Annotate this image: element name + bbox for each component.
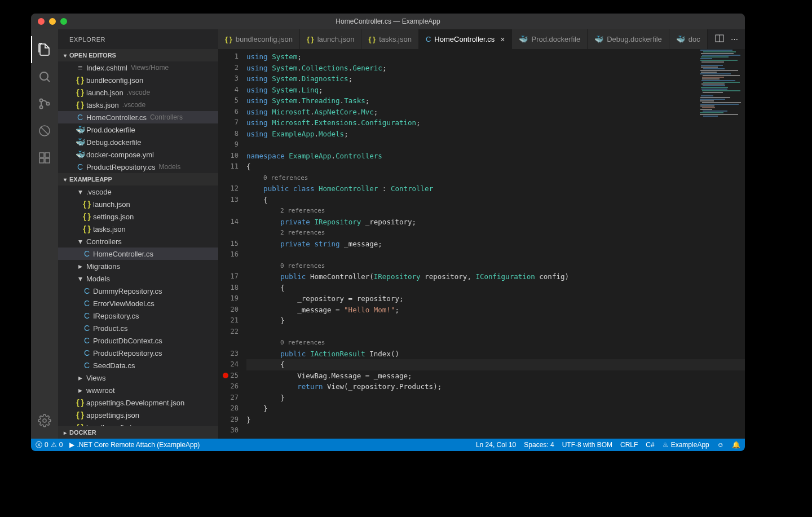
editor-tab[interactable]: 🐳Debug.dockerfile bbox=[588, 29, 669, 49]
eol[interactable]: CRLF bbox=[620, 441, 638, 449]
code-line[interactable] bbox=[246, 425, 745, 436]
editor-tab[interactable]: { }tasks.json bbox=[361, 29, 419, 49]
feedback-icon[interactable]: ☺ bbox=[717, 441, 724, 449]
code-line[interactable]: } bbox=[246, 392, 745, 404]
tree-item[interactable]: CSeedData.cs bbox=[58, 359, 218, 372]
open-editor-item[interactable]: 🐳Debug.dockerfile bbox=[58, 136, 218, 148]
open-editor-item[interactable]: CProductRepository.csModels bbox=[58, 161, 218, 173]
open-editor-item[interactable]: 🐳docker-compose.yml bbox=[58, 148, 218, 161]
cursor-position[interactable]: Ln 24, Col 10 bbox=[476, 441, 516, 449]
code-line[interactable]: { bbox=[246, 161, 745, 173]
codelens[interactable]: 2 references bbox=[246, 227, 745, 238]
debug-target[interactable]: ▶ .NET Core Remote Attach (ExampleApp) bbox=[69, 441, 200, 449]
code-line[interactable]: using Microsoft.Extensions.Configuration… bbox=[246, 117, 745, 129]
open-editor-item[interactable]: { }bundleconfig.json bbox=[58, 74, 218, 86]
code-line[interactable]: _repository = repository; bbox=[246, 293, 745, 304]
explorer-icon[interactable] bbox=[31, 36, 58, 63]
code-line[interactable]: using System.Threading.Tasks; bbox=[246, 95, 745, 107]
open-editor-item[interactable]: { }launch.json.vscode bbox=[58, 86, 218, 99]
tree-item[interactable]: CProductDbContext.cs bbox=[58, 334, 218, 347]
editor-tab[interactable]: { }bundleconfig.json bbox=[218, 29, 300, 49]
tree-item[interactable]: ▸wwwroot bbox=[58, 384, 218, 396]
docker-header[interactable]: ▸ DOCKER bbox=[58, 426, 218, 439]
code-line[interactable] bbox=[246, 326, 745, 338]
code-line[interactable] bbox=[246, 249, 745, 260]
codelens[interactable]: 0 references bbox=[246, 173, 745, 184]
code-content[interactable]: using System;using System.Collections.Ge… bbox=[246, 49, 745, 439]
breakpoint-icon[interactable] bbox=[223, 373, 228, 378]
indentation[interactable]: Spaces: 4 bbox=[524, 441, 554, 449]
code-line[interactable]: using System.Diagnostics; bbox=[246, 73, 745, 85]
open-editors-header[interactable]: ▾ OPEN EDITORS bbox=[58, 49, 218, 61]
language-mode[interactable]: C# bbox=[646, 441, 654, 449]
code-line[interactable] bbox=[246, 139, 745, 151]
codelens[interactable]: 0 references bbox=[246, 260, 745, 272]
code-line[interactable]: private IRepository _repository; bbox=[246, 216, 745, 228]
open-editor-item[interactable]: ≡Index.cshtmlViews/Home bbox=[58, 61, 218, 74]
tree-item[interactable]: { }appsettings.json bbox=[58, 409, 218, 421]
tree-item[interactable]: CIRepository.cs bbox=[58, 310, 218, 322]
tree-item[interactable]: ▸Migrations bbox=[58, 260, 218, 272]
code-line[interactable]: ViewBag.Message = _message; bbox=[246, 370, 745, 382]
tree-item[interactable]: { }settings.json bbox=[58, 210, 218, 223]
codelens[interactable]: 0 references bbox=[246, 337, 745, 348]
close-window[interactable] bbox=[38, 18, 45, 25]
minimize-window[interactable] bbox=[49, 18, 56, 25]
open-editor-item[interactable]: 🐳Prod.dockerfile bbox=[58, 123, 218, 136]
code-line[interactable]: using Microsoft.AspNetCore.Mvc; bbox=[246, 107, 745, 118]
code-line[interactable]: using System.Linq; bbox=[246, 85, 745, 96]
notifications-icon[interactable]: 🔔 bbox=[732, 441, 740, 449]
code-line[interactable]: _message = "Hello Mom!"; bbox=[246, 304, 745, 316]
open-editor-item[interactable]: { }tasks.json.vscode bbox=[58, 99, 218, 111]
editor-tab[interactable]: 🐳Prod.dockerfile bbox=[512, 29, 588, 49]
more-icon[interactable]: ⋯ bbox=[731, 35, 738, 43]
editor-tab[interactable]: CHomeController.cs× bbox=[419, 29, 513, 49]
project-name[interactable]: ♨ ExampleApp bbox=[663, 441, 709, 449]
code-line[interactable]: public class HomeController : Controller bbox=[246, 183, 745, 195]
code-line[interactable]: } bbox=[246, 414, 745, 426]
code-line[interactable]: using ExampleApp.Models; bbox=[246, 129, 745, 140]
code-line[interactable]: using System.Collections.Generic; bbox=[246, 63, 745, 74]
open-editor-item[interactable]: CHomeController.csControllers bbox=[58, 111, 218, 123]
encoding[interactable]: UTF-8 with BOM bbox=[562, 441, 612, 449]
settings-gear-icon[interactable] bbox=[31, 407, 58, 434]
extensions-icon[interactable] bbox=[31, 144, 58, 171]
project-header[interactable]: ▾ EXAMPLEAPP bbox=[58, 173, 218, 185]
code-line[interactable]: { bbox=[246, 282, 745, 294]
code-line[interactable]: public IActionResult Index() bbox=[246, 348, 745, 360]
tree-item[interactable]: { }bundleconfig.json bbox=[58, 421, 218, 426]
maximize-window[interactable] bbox=[60, 18, 67, 25]
code-line[interactable]: } bbox=[246, 403, 745, 414]
editor-tab[interactable]: { }launch.json bbox=[300, 29, 362, 49]
tree-item[interactable]: { }appsettings.Development.json bbox=[58, 396, 218, 409]
code-line[interactable]: { bbox=[246, 195, 745, 206]
split-editor-icon[interactable] bbox=[715, 34, 724, 45]
tree-item[interactable]: ▾Models bbox=[58, 272, 218, 285]
code-line[interactable]: using System; bbox=[246, 51, 745, 63]
tree-item[interactable]: { }tasks.json bbox=[58, 223, 218, 235]
codelens[interactable]: 2 references bbox=[246, 205, 745, 216]
code-line[interactable]: { bbox=[246, 359, 745, 370]
tree-item[interactable]: ▸Views bbox=[58, 372, 218, 384]
tree-item[interactable]: ▾Controllers bbox=[58, 235, 218, 248]
tree-item[interactable]: { }launch.json bbox=[58, 198, 218, 210]
tree-item[interactable]: CProductRepository.cs bbox=[58, 347, 218, 359]
code-line[interactable]: namespace ExampleApp.Controllers bbox=[246, 151, 745, 162]
code-line[interactable]: } bbox=[246, 315, 745, 326]
close-icon[interactable]: × bbox=[500, 35, 505, 44]
code-line[interactable]: return View(_repository.Products); bbox=[246, 381, 745, 392]
minimap[interactable] bbox=[700, 49, 745, 151]
tree-item[interactable]: CProduct.cs bbox=[58, 322, 218, 334]
errors-count[interactable]: ⓧ0 ⚠0 bbox=[36, 440, 63, 450]
source-control-icon[interactable] bbox=[31, 90, 58, 117]
debug-icon[interactable] bbox=[31, 117, 58, 144]
tree-item[interactable]: CErrorViewModel.cs bbox=[58, 297, 218, 310]
code-line[interactable]: public HomeController(IRepository reposi… bbox=[246, 271, 745, 282]
tree-item[interactable]: CHomeController.cs bbox=[58, 248, 218, 260]
search-icon[interactable] bbox=[31, 63, 58, 90]
tree-item[interactable]: ▾.vscode bbox=[58, 185, 218, 198]
editor-tab[interactable]: 🐳doc bbox=[669, 29, 708, 49]
editor-body[interactable]: 1234567891011121314151617181920212223242… bbox=[218, 49, 745, 439]
code-line[interactable]: private string _message; bbox=[246, 238, 745, 250]
tree-item[interactable]: CDummyRepository.cs bbox=[58, 285, 218, 297]
